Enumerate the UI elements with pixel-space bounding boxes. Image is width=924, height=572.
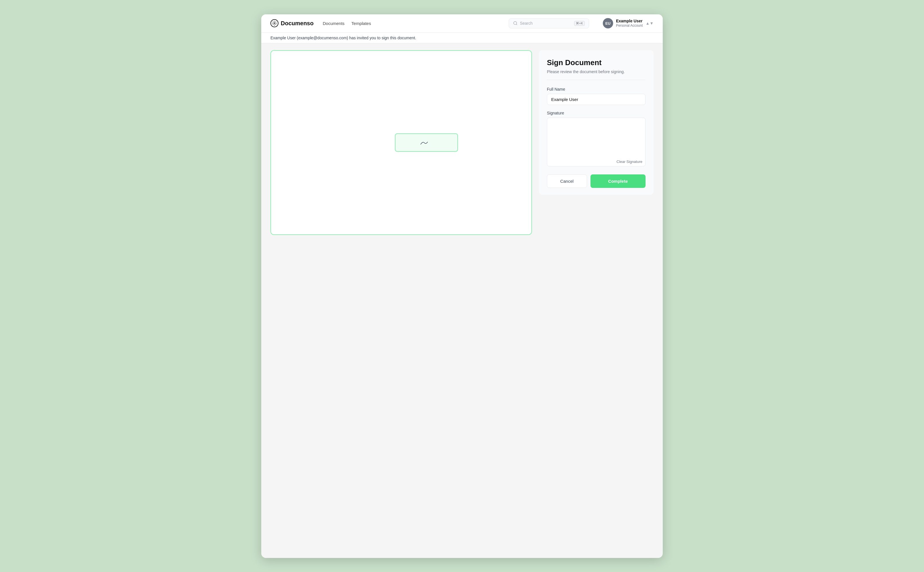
logo-icon: [270, 19, 278, 27]
svg-point-0: [274, 23, 275, 24]
sign-title: Sign Document: [547, 58, 646, 67]
navbar: Documenso Documents Templates Search ⌘+K…: [261, 14, 663, 33]
signature-canvas[interactable]: Clear Signature: [547, 118, 646, 166]
clear-signature-button[interactable]: Clear Signature: [617, 160, 642, 164]
user-account: Personal Account: [616, 23, 643, 28]
cancel-button[interactable]: Cancel: [547, 174, 587, 188]
nav-documents[interactable]: Documents: [323, 20, 345, 27]
sign-footer: Cancel Complete: [547, 174, 646, 188]
user-avatar: EU: [603, 18, 613, 28]
sign-subtitle: Please review the document before signin…: [547, 70, 646, 80]
invite-text: Example User (example@documenso.com) has…: [270, 36, 416, 40]
complete-button[interactable]: Complete: [590, 174, 646, 188]
logo: Documenso: [270, 19, 314, 27]
document-signature-field[interactable]: [395, 134, 458, 152]
signature-preview-icon: [415, 137, 438, 148]
app-window: Documenso Documents Templates Search ⌘+K…: [261, 14, 663, 558]
document-inner: [271, 51, 531, 235]
document-panel: [270, 50, 532, 235]
chevron-down-icon: ▲▼: [646, 21, 654, 25]
user-info: Example User Personal Account: [616, 19, 643, 28]
nav-links: Documents Templates: [323, 20, 371, 27]
search-placeholder: Search: [520, 21, 572, 25]
search-shortcut: ⌘+K: [574, 21, 585, 26]
full-name-label: Full Name: [547, 87, 646, 92]
invite-banner: Example User (example@documenso.com) has…: [261, 33, 663, 43]
user-menu[interactable]: EU Example User Personal Account ▲▼: [603, 18, 654, 28]
svg-point-1: [514, 22, 517, 25]
search-bar[interactable]: Search ⌘+K: [509, 19, 589, 28]
full-name-input[interactable]: [547, 94, 646, 105]
user-name: Example User: [616, 19, 643, 23]
logo-text: Documenso: [281, 20, 314, 27]
signature-label: Signature: [547, 111, 646, 115]
main-content: Sign Document Please review the document…: [261, 43, 663, 558]
nav-templates[interactable]: Templates: [351, 20, 371, 27]
sign-panel: Sign Document Please review the document…: [539, 50, 654, 195]
search-icon: [513, 21, 518, 25]
